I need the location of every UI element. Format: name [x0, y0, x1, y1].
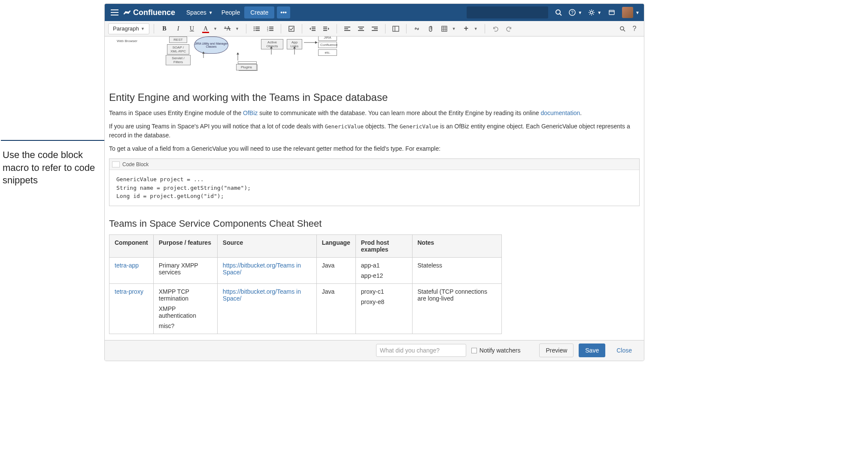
- find-replace-button[interactable]: [616, 23, 628, 34]
- task-list-button[interactable]: [285, 23, 297, 34]
- nav-spaces[interactable]: Spaces▼: [182, 6, 217, 18]
- svg-point-18: [254, 26, 255, 27]
- macro-icon: [112, 161, 120, 167]
- save-button[interactable]: Save: [579, 344, 605, 357]
- editor-toolbar: Paragraph▼ B I U A▼ ᵃA▼ 123 ▼ +▼: [105, 21, 644, 36]
- documentation-link[interactable]: documentation: [541, 109, 580, 116]
- table-row: tetra-proxyXMPP TCP terminationXMPP auth…: [109, 283, 502, 334]
- search-container[interactable]: [467, 6, 548, 18]
- components-table: ComponentPurpose / featuresSourceLanguag…: [109, 234, 502, 334]
- paragraph: To get a value of a field from a Generic…: [109, 144, 640, 153]
- architecture-diagram: Web Browser REST SOAP / XML-RPC Servlet …: [109, 36, 640, 79]
- chevron-down-icon: ▼: [597, 10, 601, 15]
- chevron-down-icon: ▼: [209, 10, 213, 15]
- notify-watchers-checkbox[interactable]: Notify watchers: [471, 347, 521, 354]
- editor-body[interactable]: Web Browser REST SOAP / XML-RPC Servlet …: [105, 36, 644, 340]
- svg-point-20: [254, 28, 255, 29]
- code-block-macro[interactable]: Code Block GenericValue project = ... St…: [109, 158, 640, 206]
- admin-menu[interactable]: ▼: [588, 9, 601, 16]
- bullet-list-button[interactable]: [251, 23, 263, 34]
- notifications-icon[interactable]: [607, 8, 616, 17]
- macro-label: Code Block: [122, 161, 149, 167]
- svg-text:3: 3: [267, 29, 268, 32]
- create-more-button[interactable]: •••: [277, 6, 290, 18]
- table-header: Prod host examples: [355, 234, 412, 257]
- chevron-down-icon[interactable]: ▼: [213, 27, 217, 31]
- svg-rect-33: [312, 30, 316, 31]
- table-header: Language: [316, 234, 355, 257]
- bottom-action-bar: Notify watchers Preview Save Close: [105, 340, 644, 361]
- svg-rect-40: [358, 27, 364, 27]
- outdent-button[interactable]: [307, 23, 319, 34]
- align-right-button[interactable]: [369, 23, 381, 34]
- confluence-logo[interactable]: Confluence: [123, 8, 175, 17]
- insert-more-button[interactable]: +: [460, 23, 472, 34]
- indent-button[interactable]: [320, 23, 332, 34]
- app-switcher-icon[interactable]: [109, 7, 120, 18]
- svg-rect-44: [374, 28, 378, 29]
- text-color-button[interactable]: A: [200, 23, 212, 34]
- undo-button[interactable]: [489, 23, 501, 34]
- brand-text: Confluence: [133, 8, 175, 17]
- heading-entity-engine: Entity Engine and working with the Teams…: [109, 91, 640, 103]
- align-center-button[interactable]: [355, 23, 367, 34]
- bold-button[interactable]: B: [158, 23, 170, 34]
- attachment-button[interactable]: [425, 23, 437, 34]
- change-comment-input[interactable]: [376, 344, 466, 357]
- svg-text:?: ?: [571, 10, 574, 15]
- more-formatting-button[interactable]: ᵃA: [222, 23, 234, 34]
- svg-point-22: [254, 30, 255, 31]
- page-layout-button[interactable]: [390, 23, 402, 34]
- chevron-down-icon[interactable]: ▼: [452, 27, 456, 31]
- source-link[interactable]: https://bitbucket.org/Teams in Space/: [223, 262, 301, 276]
- svg-line-12: [589, 10, 590, 11]
- notify-label: Notify watchers: [480, 347, 521, 354]
- code-block-content: GenericValue project = ... String name =…: [109, 170, 639, 206]
- svg-point-3: [556, 10, 560, 14]
- app-window: Confluence Spaces▼ People Create ••• ?▼ …: [104, 3, 644, 361]
- profile-menu[interactable]: ▼: [622, 7, 640, 18]
- create-button[interactable]: Create: [244, 6, 274, 18]
- svg-rect-29: [269, 30, 273, 31]
- svg-rect-37: [344, 27, 350, 27]
- svg-rect-16: [609, 10, 614, 15]
- svg-rect-39: [344, 30, 350, 31]
- chevron-down-icon[interactable]: ▼: [474, 27, 478, 31]
- source-link[interactable]: https://bitbucket.org/Teams in Space/: [223, 288, 301, 302]
- number-list-button[interactable]: 123: [264, 23, 276, 34]
- svg-rect-36: [323, 30, 327, 31]
- checkbox-icon: [471, 348, 477, 353]
- ofbiz-link[interactable]: OfBiz: [243, 109, 258, 116]
- preview-button[interactable]: Preview: [539, 344, 574, 357]
- svg-line-13: [593, 14, 594, 15]
- svg-line-15: [593, 10, 594, 11]
- table-header: Purpose / features: [153, 234, 217, 257]
- help-button[interactable]: ?: [628, 23, 640, 34]
- component-link[interactable]: tetra-proxy: [115, 288, 143, 295]
- svg-rect-23: [255, 30, 260, 31]
- svg-rect-42: [358, 30, 364, 31]
- paragraph-style-select[interactable]: Paragraph▼: [108, 23, 149, 34]
- svg-line-14: [589, 14, 590, 15]
- avatar: [622, 7, 633, 18]
- redo-button[interactable]: [503, 23, 515, 34]
- nav-people[interactable]: People: [217, 6, 245, 18]
- link-button[interactable]: [411, 23, 423, 34]
- create-label: Create: [250, 9, 268, 16]
- table-header: Notes: [412, 234, 502, 257]
- table-button[interactable]: [438, 23, 450, 34]
- heading-cheat-sheet: Teams in Space Service Components Cheat …: [109, 218, 640, 229]
- chevron-down-icon[interactable]: ▼: [235, 27, 239, 31]
- ellipsis-icon: •••: [280, 9, 287, 16]
- svg-rect-25: [269, 27, 273, 27]
- help-menu[interactable]: ?▼: [569, 9, 582, 16]
- close-button[interactable]: Close: [610, 344, 638, 357]
- annotation-line: [1, 140, 106, 141]
- italic-button[interactable]: I: [172, 23, 184, 34]
- svg-rect-38: [344, 28, 348, 29]
- underline-button[interactable]: U: [186, 23, 198, 34]
- svg-rect-0: [111, 9, 118, 10]
- align-left-button[interactable]: [341, 23, 353, 34]
- search-icon[interactable]: [554, 8, 563, 17]
- component-link[interactable]: tetra-app: [115, 262, 139, 269]
